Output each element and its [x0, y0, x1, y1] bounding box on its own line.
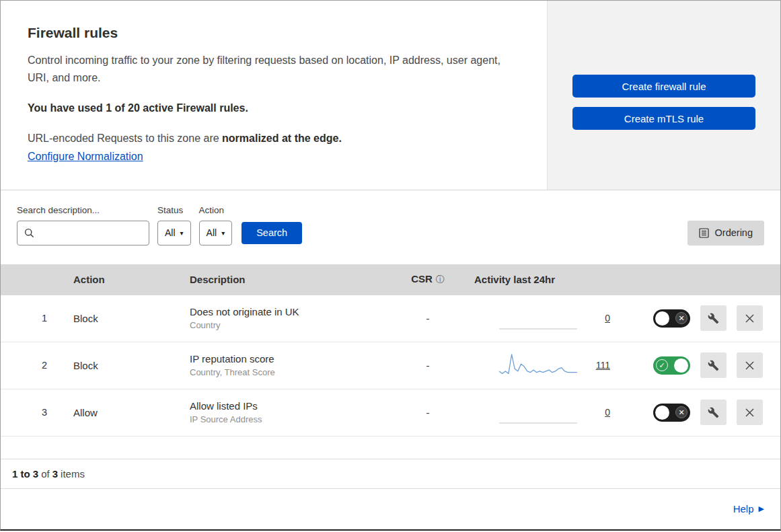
- action-dropdown[interactable]: All ▾: [199, 221, 233, 245]
- edit-rule-button[interactable]: [700, 352, 727, 378]
- arrow-right-icon: ▶: [759, 504, 764, 513]
- search-filter-group: Search description...: [17, 205, 149, 245]
- col-header-activity: Activity last 24hr: [465, 274, 624, 285]
- ordering-button[interactable]: Ordering: [687, 221, 764, 245]
- rule-description: Does not originate in UK: [190, 306, 391, 317]
- search-input[interactable]: [38, 227, 142, 239]
- page-title: Firewall rules: [28, 25, 520, 41]
- rule-priority: 3: [1, 407, 65, 418]
- close-icon: [745, 408, 755, 418]
- delete-rule-button[interactable]: [737, 305, 763, 331]
- activity-sparkline: [498, 400, 578, 425]
- delete-rule-button[interactable]: [737, 400, 763, 425]
- search-box[interactable]: [17, 221, 149, 245]
- toggle-knob: [655, 311, 669, 326]
- ordered-list-icon: [699, 228, 709, 238]
- rule-priority: 1: [1, 313, 65, 324]
- activity-count-link[interactable]: 0: [605, 407, 610, 418]
- close-icon: [745, 313, 755, 324]
- configure-normalization-link[interactable]: Configure Normalization: [28, 151, 143, 163]
- wrench-icon: [708, 360, 719, 371]
- action-filter-group: Action All ▾: [199, 205, 233, 245]
- toggle-state-icon: [675, 312, 687, 324]
- ordering-button-label: Ordering: [715, 227, 753, 238]
- rule-csr-value: -: [391, 313, 465, 324]
- activity-count-link[interactable]: 0: [605, 313, 610, 324]
- rule-action: Block: [65, 313, 181, 324]
- firewall-rules-page: Firewall rules Control incoming traffic …: [0, 0, 781, 531]
- status-dropdown-value: All: [165, 227, 176, 238]
- search-button[interactable]: Search: [241, 222, 302, 244]
- table-bottom-spacer: [1, 436, 780, 459]
- rule-priority: 2: [1, 360, 65, 371]
- enable-toggle[interactable]: [653, 309, 690, 328]
- search-icon: [24, 228, 34, 238]
- toggle-knob: [655, 406, 669, 420]
- col-header-csr: CSRⓘ: [391, 273, 465, 286]
- toggle-state-icon: [656, 359, 668, 371]
- info-icon[interactable]: ⓘ: [436, 274, 445, 284]
- create-firewall-rule-button[interactable]: Create firewall rule: [572, 75, 755, 98]
- items-range: 1 to 3: [12, 468, 38, 480]
- rule-description: IP reputation score: [190, 353, 391, 365]
- edit-rule-button[interactable]: [700, 400, 727, 425]
- rule-fields: Country, Threat Score: [190, 367, 391, 377]
- action-dropdown-value: All: [207, 227, 217, 238]
- top-card: Firewall rules Control incoming traffic …: [1, 1, 780, 190]
- rule-action: Allow: [65, 407, 181, 418]
- col-header-action: Action: [65, 274, 181, 285]
- delete-rule-button[interactable]: [737, 352, 763, 378]
- edit-rule-button[interactable]: [700, 305, 727, 331]
- pagination-summary: 1 to 3 of 3 items: [1, 459, 780, 489]
- wrench-icon: [708, 407, 719, 418]
- enable-toggle[interactable]: [653, 356, 690, 375]
- rule-fields: Country: [190, 320, 391, 330]
- table-row: 3 Allow Allow listed IPs IP Source Addre…: [1, 389, 780, 436]
- rule-fields: IP Source Address: [190, 414, 391, 424]
- col-header-description: Description: [181, 274, 391, 285]
- toggle-state-icon: [675, 406, 687, 418]
- toggle-knob: [674, 358, 688, 373]
- rule-description: Allow listed IPs: [190, 400, 391, 412]
- help-link[interactable]: Help ▶: [733, 503, 764, 515]
- status-dropdown[interactable]: All ▾: [157, 221, 191, 245]
- page-description: Control incoming traffic to your zone by…: [28, 52, 507, 87]
- intro-section: Firewall rules Control incoming traffic …: [1, 1, 547, 190]
- status-filter-group: Status All ▾: [157, 205, 191, 245]
- chevron-down-icon: ▾: [221, 229, 225, 237]
- action-label: Action: [199, 205, 233, 215]
- activity-sparkline: [498, 352, 578, 378]
- filter-bar: Search description... Status All ▾ Actio…: [1, 190, 780, 264]
- search-label: Search description...: [17, 205, 149, 215]
- rule-action: Block: [65, 360, 181, 371]
- help-bar: Help ▶: [1, 489, 780, 529]
- table-body: 1 Block Does not originate in UK Country…: [1, 295, 780, 436]
- close-icon: [745, 360, 755, 371]
- chevron-down-icon: ▾: [180, 229, 184, 237]
- enable-toggle[interactable]: [653, 404, 690, 422]
- usage-summary: You have used 1 of 20 active Firewall ru…: [28, 102, 520, 114]
- status-label: Status: [157, 205, 191, 215]
- activity-sparkline: [498, 305, 578, 331]
- table-row: 1 Block Does not originate in UK Country…: [1, 295, 780, 342]
- rules-table: Action Description CSRⓘ Activity last 24…: [1, 264, 780, 436]
- activity-count-link[interactable]: 111: [596, 360, 610, 371]
- normalization-note: URL-encoded Requests to this zone are no…: [28, 132, 520, 145]
- rule-csr-value: -: [391, 360, 465, 371]
- create-mtls-rule-button[interactable]: Create mTLS rule: [572, 107, 755, 130]
- actions-panel: Create firewall rule Create mTLS rule: [547, 1, 780, 190]
- wrench-icon: [708, 313, 719, 324]
- rule-csr-value: -: [391, 407, 465, 418]
- table-header: Action Description CSRⓘ Activity last 24…: [1, 264, 780, 295]
- items-total: 3: [52, 468, 58, 480]
- table-row: 2 Block IP reputation score Country, Thr…: [1, 342, 780, 389]
